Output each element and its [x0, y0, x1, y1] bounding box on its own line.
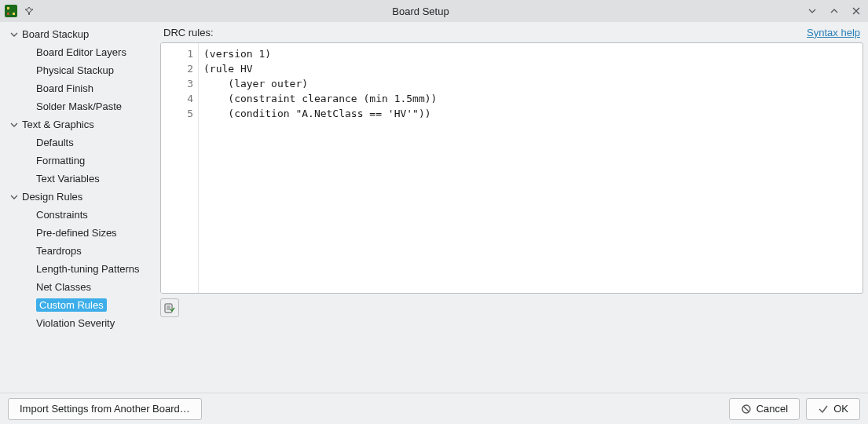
tree-item-label: Board Editor Layers — [36, 46, 126, 58]
gutter-line-number: 4 — [161, 91, 198, 106]
tree-item[interactable]: Formatting — [0, 152, 157, 170]
code-editor[interactable]: 12345 (version 1)(rule HV (layer outer) … — [160, 42, 863, 294]
ok-label: OK — [833, 403, 848, 415]
drc-rules-label: DRC rules: — [163, 27, 214, 38]
gutter-line-number: 2 — [161, 61, 198, 76]
tree-item[interactable]: Board Finish — [0, 79, 157, 97]
svg-rect-0 — [165, 304, 172, 313]
pin-icon[interactable] — [22, 4, 36, 18]
maximize-icon[interactable] — [827, 4, 841, 18]
gutter-line-number: 1 — [161, 46, 198, 61]
cancel-icon — [741, 404, 752, 415]
tree-item-label: Net Classes — [36, 281, 91, 293]
import-settings-label: Import Settings from Another Board… — [20, 403, 190, 415]
chevron-down-icon — [9, 192, 19, 202]
ok-button[interactable]: OK — [806, 398, 860, 420]
chevron-down-icon — [9, 30, 19, 39]
tree-item[interactable]: Board Editor Layers — [0, 43, 157, 61]
app-icon — [5, 5, 17, 17]
tree-item[interactable]: Net Classes — [0, 278, 157, 296]
import-settings-button[interactable]: Import Settings from Another Board… — [8, 398, 202, 420]
tree-section-label: Board Stackup — [22, 28, 89, 40]
check-icon — [818, 404, 829, 415]
tree-section[interactable]: Text & Graphics — [0, 115, 157, 133]
tree-item-label: Length-tuning Patterns — [36, 263, 140, 275]
tree-item[interactable]: Constraints — [0, 206, 157, 224]
footer: Import Settings from Another Board… Canc… — [0, 393, 868, 424]
tree-item[interactable]: Pre-defined Sizes — [0, 224, 157, 242]
main: Board StackupBoard Editor LayersPhysical… — [0, 22, 868, 393]
editor-gutter: 12345 — [161, 43, 199, 293]
tree-section[interactable]: Board Stackup — [0, 25, 157, 43]
tree-item[interactable]: Solder Mask/Paste — [0, 97, 157, 115]
code-line[interactable]: (constraint clearance (min 1.5mm)) — [203, 91, 858, 106]
code-line[interactable]: (rule HV — [203, 61, 858, 76]
content-pane: DRC rules: Syntax help 12345 (version 1)… — [157, 22, 868, 393]
editor-code[interactable]: (version 1)(rule HV (layer outer) (const… — [199, 43, 863, 293]
tree-item-label: Violation Severity — [36, 317, 115, 329]
cancel-label: Cancel — [756, 403, 788, 415]
tree-item-label: Board Finish — [36, 82, 93, 94]
tree-item-label: Defaults — [36, 137, 74, 148]
tree-item-label: Pre-defined Sizes — [36, 227, 117, 239]
tree-item[interactable]: Custom Rules — [0, 296, 157, 314]
code-line[interactable]: (layer outer) — [203, 76, 858, 91]
tree-item[interactable]: Physical Stackup — [0, 61, 157, 79]
tree-item-label: Physical Stackup — [36, 64, 114, 76]
gutter-line-number: 5 — [161, 106, 198, 121]
tree-item[interactable]: Defaults — [0, 133, 157, 152]
tree-section-label: Design Rules — [22, 191, 82, 203]
check-rules-button[interactable] — [160, 298, 179, 317]
tree-item-label: Solder Mask/Paste — [36, 101, 122, 112]
tree-item[interactable]: Teardrops — [0, 242, 157, 260]
tree-item-label: Formatting — [36, 155, 85, 166]
syntax-help-link[interactable]: Syntax help — [807, 27, 860, 38]
tree-item-label: Teardrops — [36, 245, 82, 257]
tree-item[interactable]: Violation Severity — [0, 314, 157, 332]
sidebar-tree[interactable]: Board StackupBoard Editor LayersPhysical… — [0, 22, 157, 393]
close-icon[interactable] — [849, 4, 863, 18]
tree-item[interactable]: Text Variables — [0, 170, 157, 188]
tree-item-label: Text Variables — [36, 173, 100, 185]
cancel-button[interactable]: Cancel — [729, 398, 800, 420]
chevron-down-icon — [9, 120, 19, 130]
window-title: Board Setup — [41, 5, 800, 17]
minimize-icon[interactable] — [805, 4, 819, 18]
titlebar: Board Setup — [0, 0, 868, 22]
tree-item-label: Constraints — [36, 209, 88, 221]
code-line[interactable]: (condition "A.NetClass == 'HV'")) — [203, 106, 858, 121]
tree-section-label: Text & Graphics — [22, 119, 94, 130]
code-line[interactable]: (version 1) — [203, 46, 858, 61]
tree-item-label: Custom Rules — [36, 298, 107, 312]
gutter-line-number: 3 — [161, 76, 198, 91]
tree-section[interactable]: Design Rules — [0, 188, 157, 206]
tree-item[interactable]: Length-tuning Patterns — [0, 260, 157, 278]
